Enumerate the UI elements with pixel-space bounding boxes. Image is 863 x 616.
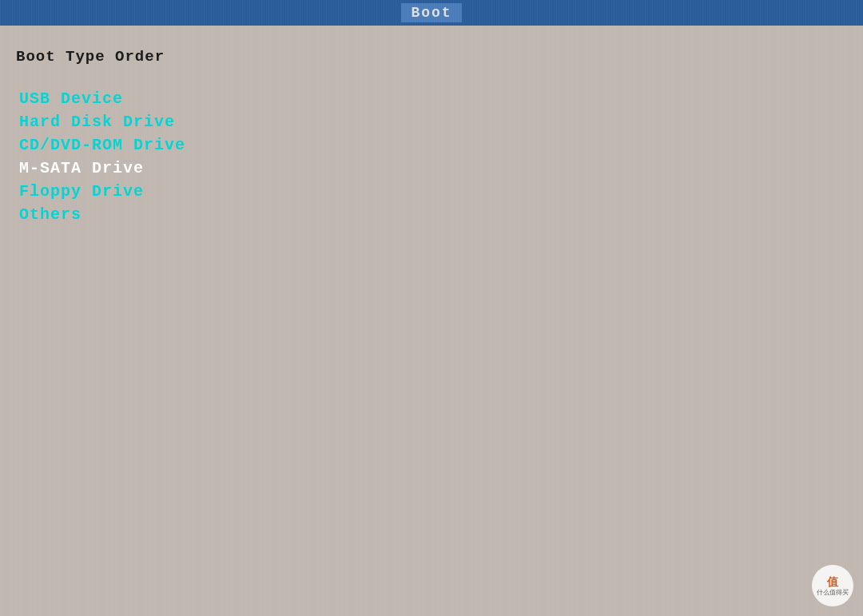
boot-item-msata[interactable]: M-SATA Drive [16, 157, 847, 179]
boot-item-floppy[interactable]: Floppy Drive [16, 181, 847, 202]
watermark-text: 什么值得买 [817, 589, 849, 597]
watermark-icon: 值 [827, 575, 838, 589]
top-bar: Boot [0, 0, 863, 26]
main-content: Boot Type Order USB Device Hard Disk Dri… [0, 26, 863, 241]
boot-item-usb[interactable]: USB Device [16, 88, 847, 109]
boot-item-cdrom[interactable]: CD/DVD-ROM Drive [16, 134, 847, 156]
section-title: Boot Type Order [16, 48, 847, 66]
boot-item-others[interactable]: Others [16, 204, 847, 225]
boot-list: USB Device Hard Disk Drive CD/DVD-ROM Dr… [16, 88, 847, 225]
bios-screen: Boot Boot Type Order USB Device Hard Dis… [0, 0, 863, 616]
top-bar-title: Boot [401, 3, 461, 22]
watermark: 值 什么值得买 [812, 565, 853, 606]
boot-item-hdd[interactable]: Hard Disk Drive [16, 111, 847, 133]
